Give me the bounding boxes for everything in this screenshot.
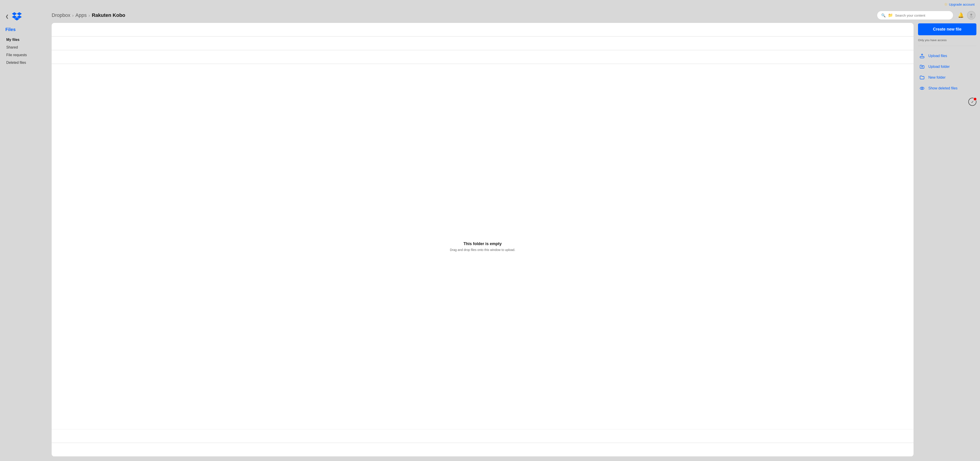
svg-point-5 <box>970 14 972 16</box>
sidebar-nav: My files Shared File requests Deleted fi… <box>5 36 45 66</box>
search-input[interactable] <box>895 13 949 17</box>
content-header: Dropbox › Apps › Rakuten Kobo 🔍 📁 🔔 <box>49 8 980 23</box>
empty-folder: This folder is empty Drag and drop files… <box>52 64 913 429</box>
upload-files-action[interactable]: Upload files <box>918 51 977 61</box>
upgrade-account-label: Upgrade account <box>949 2 975 6</box>
search-bar[interactable]: 🔍 📁 <box>877 11 953 20</box>
search-folder-icon: 📁 <box>888 13 893 18</box>
new-folder-action[interactable]: New folder <box>918 73 977 83</box>
breadcrumb-apps[interactable]: Apps <box>75 12 87 18</box>
sidebar-logo[interactable]: ❮ <box>5 12 45 21</box>
sidebar-item-shared[interactable]: Shared <box>5 44 45 51</box>
main-layout: ❮ Files My files Shared File requests <box>0 8 980 461</box>
svg-point-6 <box>970 16 973 18</box>
breadcrumb-sep-2: › <box>89 13 90 18</box>
sidebar: ❮ Files My files Shared File requests <box>0 8 49 456</box>
upgrade-account-link[interactable]: ☆ Upgrade account <box>944 2 975 7</box>
upload-files-label: Upload files <box>928 54 947 58</box>
upload-folder-icon <box>919 64 925 69</box>
panel-row-6 <box>52 443 913 456</box>
upload-file-icon <box>919 53 925 59</box>
create-new-file-button[interactable]: Create new file <box>918 23 977 35</box>
upload-folder-label: Upload folder <box>928 65 950 69</box>
chevron-left-icon: ❮ <box>5 14 9 19</box>
panel-row-5 <box>52 429 913 443</box>
top-bar: ☆ Upgrade account <box>0 0 980 8</box>
eye-icon <box>919 86 925 91</box>
breadcrumb-current: Rakuten Kobo <box>92 12 125 18</box>
avatar-icon <box>969 13 974 18</box>
sidebar-item-my-files[interactable]: My files <box>5 36 45 43</box>
avatar[interactable] <box>967 11 975 19</box>
new-folder-icon <box>919 75 925 80</box>
svg-rect-7 <box>920 56 924 58</box>
svg-point-8 <box>920 87 924 89</box>
empty-folder-title: This folder is empty <box>463 241 502 246</box>
breadcrumb-dropbox[interactable]: Dropbox <box>52 12 70 18</box>
dropbox-logo-icon <box>12 12 22 21</box>
header-icons: 🔔 <box>958 11 975 19</box>
breadcrumb-sep-1: › <box>72 13 74 18</box>
content-area: Dropbox › Apps › Rakuten Kobo 🔍 📁 🔔 <box>49 8 980 456</box>
panel-row-2 <box>52 37 913 50</box>
panel-header-row <box>52 23 913 37</box>
sidebar-files-title: Files <box>5 27 45 32</box>
breadcrumb: Dropbox › Apps › Rakuten Kobo <box>52 12 872 18</box>
svg-marker-0 <box>12 12 17 15</box>
bell-icon[interactable]: 🔔 <box>958 12 964 18</box>
checkmark-icon: ✓ <box>971 100 974 104</box>
svg-point-9 <box>922 88 923 89</box>
new-folder-label: New folder <box>928 75 945 80</box>
star-icon: ☆ <box>944 2 948 7</box>
file-panel: This folder is empty Drag and drop files… <box>52 23 913 456</box>
access-info: Only you have access <box>918 38 977 46</box>
sidebar-item-deleted-files[interactable]: Deleted files <box>5 59 45 66</box>
panel-row-3 <box>52 50 913 64</box>
show-deleted-files-action[interactable]: Show deleted files <box>918 83 977 93</box>
checkmark-badge[interactable]: ✓ <box>968 98 977 106</box>
empty-folder-subtitle: Drag and drop files onto this window to … <box>450 248 515 252</box>
sidebar-item-file-requests[interactable]: File requests <box>5 51 45 59</box>
show-deleted-files-label: Show deleted files <box>928 86 958 90</box>
right-panel: Create new file Only you have access Upl… <box>918 23 977 456</box>
main-content: This folder is empty Drag and drop files… <box>49 23 980 456</box>
svg-marker-1 <box>17 12 22 15</box>
search-icon: 🔍 <box>881 13 886 18</box>
upload-folder-action[interactable]: Upload folder <box>918 62 977 72</box>
action-list: Upload files Upload folder <box>918 51 977 93</box>
